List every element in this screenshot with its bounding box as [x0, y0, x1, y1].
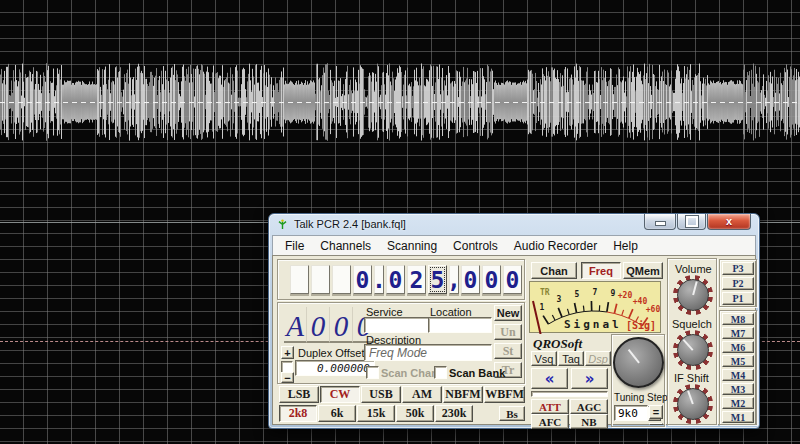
step-up-button[interactable]: »: [571, 368, 608, 389]
st-button[interactable]: St: [494, 343, 522, 359]
filter-2k8-button[interactable]: 2k8: [279, 405, 317, 422]
meter-tick-label: 5: [575, 290, 580, 299]
frequency-display-panel: 0 . 0 2 5 , 0 0 0: [277, 259, 525, 300]
scan-chan-label: Scan Chan: [381, 367, 438, 379]
minimize-button[interactable]: [644, 214, 676, 230]
freq-digit-cell[interactable]: 0: [353, 265, 372, 294]
taq-button[interactable]: Taq: [558, 351, 584, 366]
freq-digit-cell[interactable]: 0: [482, 265, 501, 294]
channel-info-panel: A 0 0 0 + Duplex Offset 0.000000 − Servi…: [277, 302, 525, 384]
step-down-button[interactable]: «: [531, 368, 568, 389]
knob-indicator: [627, 349, 639, 364]
squelch-knob[interactable]: [673, 330, 713, 370]
mode-nbfm-button[interactable]: NBFM: [443, 386, 483, 403]
filter-230k-button[interactable]: 230k: [435, 405, 473, 422]
vsq-button[interactable]: Vsq: [531, 351, 557, 366]
close-icon: x: [726, 216, 732, 227]
freq-digit-cell-focused[interactable]: 5: [428, 265, 447, 294]
nb-toggle[interactable]: NB: [570, 414, 608, 429]
new-button[interactable]: New: [494, 305, 522, 321]
volume-label: Volume: [675, 263, 712, 275]
freq-digit-cell[interactable]: [311, 265, 330, 294]
meter-tick-label: +20: [618, 291, 632, 300]
m8-button[interactable]: M8: [722, 313, 754, 325]
menu-item-help[interactable]: Help: [605, 237, 646, 255]
m1-button[interactable]: M1: [722, 411, 754, 423]
filter-bs-button[interactable]: Bs: [499, 406, 525, 421]
window-title: Talk PCR 2.4 [bank.fql]: [294, 218, 406, 230]
maximize-icon: [686, 216, 698, 227]
freq-digit-cell[interactable]: 0: [386, 265, 405, 294]
freq-digit-cell[interactable]: [332, 265, 351, 294]
menu-item-channels[interactable]: Channels: [312, 237, 379, 255]
afc-toggle[interactable]: AFC: [531, 414, 569, 429]
close-button[interactable]: x: [707, 214, 751, 230]
location-input[interactable]: [428, 317, 492, 333]
tuning-step-select[interactable]: 9k0: [614, 405, 648, 421]
dsp-button[interactable]: Dsp: [585, 351, 611, 366]
tab-freq[interactable]: Freq: [581, 262, 621, 279]
volume-knob[interactable]: [673, 275, 713, 315]
channel-char: A: [284, 307, 307, 343]
m2-button[interactable]: M2: [722, 397, 754, 409]
titlebar[interactable]: Talk PCR 2.4 [bank.fql] x: [269, 214, 759, 234]
meter-tick-label: 1: [540, 303, 545, 312]
meter-corner-label: TR: [540, 288, 550, 297]
m4-button[interactable]: M4: [722, 369, 754, 381]
m6-button[interactable]: M6: [722, 341, 754, 353]
freq-digit-cell[interactable]: 0: [503, 265, 522, 294]
filter-6k-button[interactable]: 6k: [318, 405, 356, 422]
menu-item-controls[interactable]: Controls: [445, 237, 506, 255]
freq-digit-cell[interactable]: 2: [407, 265, 426, 294]
un-button[interactable]: Un: [494, 324, 522, 340]
duplex-minus-button[interactable]: −: [281, 372, 294, 383]
p1-button[interactable]: P1: [722, 292, 754, 305]
menu-item-audio-recorder[interactable]: Audio Recorder: [506, 237, 605, 255]
scan-bank-label: Scan Bank: [449, 367, 505, 379]
mode-lsb-button[interactable]: LSB: [279, 386, 319, 403]
scan-chan-checkbox[interactable]: [366, 366, 379, 379]
channel-display: A 0 0 0: [284, 307, 375, 343]
meter-mode-tag: [Sig]: [626, 320, 656, 331]
p3-button[interactable]: P3: [722, 262, 754, 275]
duplex-plus-button[interactable]: +: [281, 346, 294, 359]
mode-cw-button[interactable]: CW: [320, 386, 360, 403]
double-chevron-right-icon: »: [585, 370, 595, 388]
meter-tick-label: 7: [593, 288, 598, 297]
p2-button[interactable]: P2: [722, 277, 754, 290]
scan-bank-checkbox[interactable]: [434, 366, 447, 379]
filter-15k-button[interactable]: 15k: [357, 405, 395, 422]
signal-meter: TR 1 3 5 7 9 +20 +40 +60 Signal [Sig]: [529, 281, 661, 333]
menu-item-scanning[interactable]: Scanning: [379, 237, 445, 255]
duplex-offset-input[interactable]: 0.000000: [295, 360, 375, 376]
double-chevron-left-icon: «: [545, 370, 555, 388]
equals-button[interactable]: =: [649, 405, 663, 419]
tuning-knob[interactable]: [613, 337, 664, 388]
freq-digit-cell[interactable]: 0: [461, 265, 480, 294]
filter-50k-button[interactable]: 50k: [396, 405, 434, 422]
tab-qmem[interactable]: QMem: [623, 262, 663, 279]
waveform: [0, 57, 800, 149]
att-toggle[interactable]: ATT: [531, 399, 569, 414]
agc-toggle[interactable]: AGC: [570, 399, 608, 414]
app-icon: [276, 218, 289, 231]
meter-tick-label: +60: [646, 305, 660, 314]
m3-button[interactable]: M3: [722, 383, 754, 395]
m5-button[interactable]: M5: [722, 355, 754, 367]
menu-item-file[interactable]: File: [277, 237, 312, 255]
maximize-button[interactable]: [677, 214, 706, 230]
mode-wbfm-button[interactable]: WBFM: [484, 386, 525, 403]
freq-digit-cell[interactable]: [290, 265, 309, 294]
tuning-step-label: Tuning Step: [614, 392, 668, 403]
squelch-level-bar: [531, 391, 608, 397]
channel-char: 0: [307, 307, 330, 343]
description-input[interactable]: Freq Mode: [364, 344, 492, 361]
mode-usb-button[interactable]: USB: [361, 386, 401, 403]
freq-separator-cell: .: [374, 265, 384, 294]
if-shift-knob[interactable]: [673, 384, 713, 424]
p-button-group: P3 P2 P1: [719, 259, 757, 307]
tab-chan[interactable]: Chan: [531, 262, 577, 279]
m7-button[interactable]: M7: [722, 327, 754, 339]
mode-am-button[interactable]: AM: [402, 386, 442, 403]
duplex-offset-label: Duplex Offset: [298, 347, 364, 359]
